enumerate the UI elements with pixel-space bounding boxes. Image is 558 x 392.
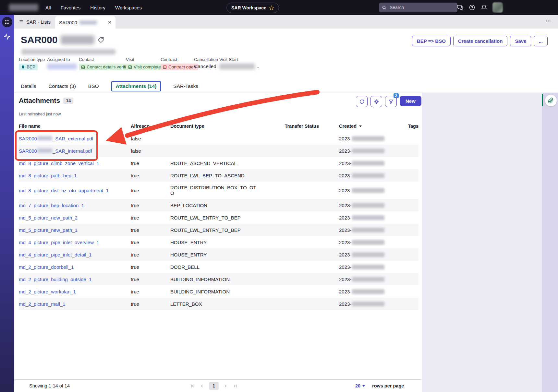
file-name-link[interactable]: md_8_picture_dist_hz_oto_appartment_1 [19, 188, 109, 193]
field-value-visit: Visit completed [126, 64, 165, 70]
table-row[interactable]: md_2_picture_building_outside_1 true BUI… [19, 273, 418, 285]
table-row[interactable]: md_8_picture_path_bep_1 true ROUTE_LWL_B… [19, 169, 418, 182]
last-page-icon[interactable] [233, 384, 237, 388]
attachments-panel-toggle[interactable] [545, 95, 557, 106]
filter-count-badge: 2 [394, 93, 399, 98]
file-name-link[interactable]: md_8_picture_path_bep_1 [19, 173, 77, 178]
tab-overflow-menu[interactable]: ... [546, 17, 551, 23]
first-page-icon[interactable] [190, 384, 195, 388]
record-tab-sar[interactable]: SAR000 ✕ [55, 16, 115, 29]
tag-icon[interactable] [98, 34, 104, 45]
current-page[interactable]: 1 [209, 382, 219, 390]
field-value-location-type: BEP [19, 64, 38, 70]
nav-item-all[interactable]: All [45, 5, 51, 10]
global-search[interactable] [379, 3, 457, 12]
file-name-cell: md_7_picture_bep_location_1 [19, 203, 131, 208]
next-page-icon[interactable] [223, 384, 228, 388]
created-cell: 2023- [319, 148, 385, 154]
refresh-icon [359, 99, 365, 104]
tab-contacts[interactable]: Contacts (3) [48, 81, 76, 91]
nav-item-history[interactable]: History [90, 5, 105, 10]
workspace-pill-label: SAR Workspace [231, 5, 266, 10]
table-row[interactable]: md_5_picture_new_path_1 true ROUTE_LWL_E… [19, 224, 418, 236]
tab-details[interactable]: Details [21, 81, 36, 91]
column-alfresco[interactable]: Alfresco [131, 124, 170, 129]
column-document-type[interactable]: Document type [170, 124, 261, 129]
tab-sar-tasks[interactable]: SAR-Tasks [173, 81, 198, 91]
nav-item-favorites[interactable]: Favorites [61, 5, 81, 10]
activity-pulse-icon[interactable] [4, 33, 11, 40]
file-name-link[interactable]: md_2_picture_doorbell_1 [19, 264, 74, 270]
sort-descending-caret [359, 125, 362, 127]
tab-bso[interactable]: BSO [88, 81, 99, 91]
table-row[interactable]: md_2_picture_mail_1 true LETTER_BOX 2023… [19, 298, 418, 310]
file-name-cell: md_8_picture_dist_hz_oto_appartment_1 [19, 188, 131, 193]
file-name-cell: md_5_picture_new_path_1 [19, 227, 131, 233]
created-cell: 2023- [319, 203, 385, 208]
section-header: Attachments 14 [19, 97, 73, 104]
document-type-cell: ROUTE_LWL_ENTRY_TO_BEP [170, 227, 261, 233]
file-name-link[interactable]: md_5_picture_new_path_2 [19, 215, 78, 220]
more-actions-button[interactable]: ... [534, 36, 548, 46]
pagination: 1 [190, 382, 237, 390]
alfresco-cell: true [131, 240, 170, 245]
notifications-bell-icon[interactable] [480, 4, 488, 11]
table-row[interactable]: md_4_picture_pipe_inlet_overview_1 true … [19, 236, 418, 248]
document-type-cell: BUILDING_INFORMATION [170, 289, 261, 294]
file-name-link[interactable]: md_5_picture_new_path_1 [19, 227, 78, 233]
nav-item-workspaces[interactable]: Workspaces [115, 5, 142, 10]
file-name-link[interactable]: md_4_picture_pipe_inlet_overview_1 [19, 240, 99, 245]
file-name-cell: md_5_picture_new_path_2 [19, 215, 131, 220]
previous-page-icon[interactable] [200, 384, 204, 388]
document-type-cell: HOUSE_ENTRY [170, 252, 261, 257]
refresh-button[interactable] [356, 96, 368, 107]
created-cell: 2023- [319, 252, 385, 257]
blurred-date-segment [352, 277, 384, 282]
table-row[interactable]: md_8_picture_dist_hz_oto_appartment_1 tr… [19, 182, 418, 199]
star-icon[interactable] [269, 5, 274, 10]
file-name-link[interactable]: md_2_picture_workplan_1 [19, 289, 76, 294]
created-cell: 2023- [319, 227, 385, 233]
blurred-date-segment [352, 302, 384, 306]
footer-divider [14, 379, 422, 380]
page-title: SAR000 [21, 34, 104, 45]
column-transfer-status[interactable]: Transfer Status [261, 124, 319, 129]
field-label-assigned-to: Assigned to [47, 57, 70, 62]
column-created[interactable]: Created [319, 124, 385, 129]
list-tab-sar-lists[interactable]: SAR - Lists [19, 15, 51, 29]
file-name-link[interactable]: md_2_picture_building_outside_1 [19, 277, 91, 282]
user-avatar[interactable] [492, 2, 503, 13]
column-file-name[interactable]: File name [19, 124, 131, 129]
filter-button[interactable]: 2 [385, 96, 397, 107]
workspace-pill[interactable]: SAR Workspace [226, 3, 279, 13]
chat-icon[interactable] [456, 4, 464, 11]
document-type-cell: LETTER_BOX [170, 301, 261, 307]
file-name-link[interactable]: md_8_picture_climb_zone_vertical_1 [19, 160, 99, 166]
table-row[interactable]: md_7_picture_bep_location_1 true BEP_LOC… [19, 199, 418, 211]
page-size-select[interactable]: 20 [355, 383, 365, 388]
column-tags[interactable]: Tags [385, 124, 418, 129]
file-name-link[interactable]: md_2_picture_mail_1 [19, 301, 65, 307]
field-label-visit-start: Visit Start [219, 57, 238, 62]
save-button[interactable]: Save [510, 36, 531, 46]
file-name-link[interactable]: md_7_picture_bep_location_1 [19, 203, 84, 208]
table-row[interactable]: md_2_picture_doorbell_1 true DOOR_BELL 2… [19, 261, 418, 273]
close-tab-icon[interactable]: ✕ [107, 19, 112, 25]
new-attachment-button[interactable]: New [400, 96, 421, 106]
document-type-cell: ROUTE_ASCEND_VERTICAL [170, 160, 261, 166]
alfresco-cell: false [131, 148, 170, 154]
app-menu-button[interactable] [2, 17, 12, 27]
file-name-link[interactable]: md_4_picture_pipe_inlet_detail_1 [19, 252, 91, 257]
bep-bso-button[interactable]: BEP => BSO [412, 36, 451, 46]
rows-per-page-label: rows per page [372, 383, 404, 388]
help-icon[interactable] [468, 4, 476, 11]
create-cancellation-button[interactable]: Create cancellation [453, 36, 508, 46]
record-tab-blurred-id [79, 20, 97, 25]
list-settings-button[interactable] [370, 96, 382, 107]
table-row[interactable]: md_2_picture_workplan_1 true BUILDING_IN… [19, 285, 418, 298]
table-row[interactable]: md_5_picture_new_path_2 true ROUTE_LWL_E… [19, 211, 418, 224]
tab-attachments[interactable]: Attachments (14) [111, 81, 161, 91]
app-logo [9, 4, 38, 11]
table-row[interactable]: md_4_picture_pipe_inlet_detail_1 true HO… [19, 248, 418, 261]
global-search-input[interactable] [389, 5, 445, 10]
